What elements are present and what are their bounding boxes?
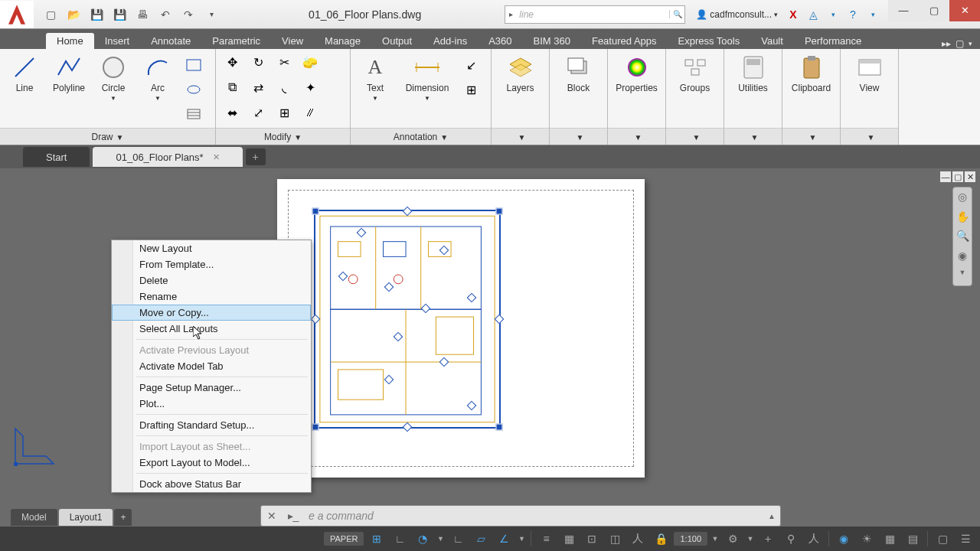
tool-array[interactable]: ⊞ <box>273 103 296 122</box>
ribbon-panel-icon[interactable]: ▾ <box>969 40 972 47</box>
tab-bim360[interactable]: BIM 360 <box>523 33 581 49</box>
search-btn-icon[interactable]: 🔍 <box>669 10 684 18</box>
minimize-button[interactable]: — <box>888 0 919 21</box>
tab-parametric[interactable]: Parametric <box>201 33 271 49</box>
tool-clipboard[interactable]: Clipboard <box>787 52 835 93</box>
help-more-icon[interactable]: ▾ <box>864 5 882 24</box>
tool-scale[interactable]: ⤢ <box>247 103 270 122</box>
layout-tab-model[interactable]: Model <box>11 509 57 526</box>
nav-bar[interactable]: ◎ ✋ 🔍 ◉ ▼ <box>952 187 972 286</box>
tool-arc[interactable]: Arc ▼ <box>138 52 178 102</box>
tool-layers[interactable]: Layers <box>501 52 541 93</box>
cm-item[interactable]: Plot... <box>112 396 311 412</box>
tool-block[interactable]: Block <box>559 52 599 93</box>
search-input[interactable] <box>516 6 669 23</box>
tab-annotate[interactable]: Annotate <box>140 33 201 49</box>
tab-performance[interactable]: Performance <box>794 33 872 49</box>
cm-item[interactable]: Export Layout to Model... <box>112 455 311 471</box>
panel-block-title[interactable]: ▼ <box>550 128 607 145</box>
plot-icon[interactable]: 🖶 <box>132 5 153 24</box>
saveas-icon[interactable]: 💾 <box>109 5 130 24</box>
tool-move[interactable]: ✥ <box>220 52 243 72</box>
layout-tab-layout1[interactable]: Layout1 <box>59 509 113 526</box>
ann3-icon[interactable]: 人 <box>804 529 824 549</box>
file-tab-start[interactable]: Start <box>23 147 90 167</box>
cmd-history-icon[interactable]: ▲ <box>763 512 780 520</box>
user-button[interactable]: 👤 cadfmconsult... ▾ <box>691 5 782 24</box>
tab-addins[interactable]: Add-ins <box>423 33 478 49</box>
grip-tr[interactable] <box>496 208 503 215</box>
tab-express[interactable]: Express Tools <box>668 33 751 49</box>
new-tab-button[interactable]: + <box>246 148 266 165</box>
otrack-dd-icon[interactable]: ▼ <box>517 529 526 549</box>
tab-manage[interactable]: Manage <box>314 33 371 49</box>
tab-view[interactable]: View <box>271 33 314 49</box>
panel-modify-title[interactable]: Modify▼ <box>216 128 350 145</box>
tool-rotate[interactable]: ↻ <box>247 52 270 72</box>
a360-icon[interactable]: ◬ <box>804 5 822 24</box>
nav-zoom-icon[interactable]: 🔍 <box>956 230 969 243</box>
panel-groups-title[interactable]: ▼ <box>666 128 724 145</box>
undo-icon[interactable]: ↶ <box>155 5 176 24</box>
tool-fillet[interactable]: ◟ <box>273 77 296 97</box>
tool-ellipse[interactable] <box>182 80 205 99</box>
exchange-icon[interactable]: X <box>784 5 802 24</box>
open-icon[interactable]: 📂 <box>63 5 84 24</box>
ws-icon[interactable]: ◉ <box>834 529 854 549</box>
cm-item[interactable]: Select All Layouts <box>112 321 311 337</box>
cm-item[interactable]: From Template... <box>112 256 311 272</box>
scale-dd-icon[interactable]: ▼ <box>710 529 720 549</box>
tool-polyline[interactable]: Polyline <box>49 52 89 93</box>
ribbon-scroll-icon[interactable]: ▸▸ <box>942 38 951 49</box>
tool-properties[interactable]: Properties <box>612 52 661 93</box>
gear-dd-icon[interactable]: ▼ <box>746 529 755 549</box>
cm-item[interactable]: Dock above Status Bar <box>112 476 311 492</box>
close-tab-icon[interactable]: ✕ <box>213 152 220 162</box>
cm-item[interactable]: Activate Model Tab <box>112 358 311 374</box>
panel-clipboard-title[interactable]: ▼ <box>782 128 840 145</box>
tool-rectangle[interactable] <box>182 55 205 75</box>
space-indicator[interactable]: PAPER <box>324 532 364 546</box>
lock-icon[interactable]: 🔒 <box>651 529 671 549</box>
tool-trim[interactable]: ✂ <box>273 52 296 72</box>
gear-icon[interactable]: ⚙ <box>723 529 743 549</box>
ortho-icon[interactable]: ∟ <box>448 529 468 549</box>
cm-item[interactable]: Move or Copy... <box>112 305 311 321</box>
tab-home[interactable]: Home <box>46 33 94 49</box>
tool-table[interactable]: ⊞ <box>459 80 482 99</box>
tpy-icon[interactable]: ▦ <box>559 529 579 549</box>
tool-viewbase[interactable]: View <box>850 52 890 93</box>
otrack-icon[interactable]: ∠ <box>494 529 514 549</box>
grip-bl[interactable] <box>312 424 319 431</box>
vp-close-icon[interactable]: ✕ <box>965 171 975 182</box>
tool-dimension[interactable]: Dimension ▼ <box>400 52 455 102</box>
nav-more-icon[interactable]: ▼ <box>956 269 969 282</box>
iso-icon[interactable]: ▦ <box>880 529 900 549</box>
tab-a360[interactable]: A360 <box>478 33 522 49</box>
tool-copy[interactable]: ⧉ <box>220 77 243 97</box>
tab-insert[interactable]: Insert <box>94 33 141 49</box>
qat-more-icon[interactable]: ▾ <box>201 5 222 24</box>
cmd-close-icon[interactable]: ✕ <box>261 510 283 522</box>
tool-circle[interactable]: Circle ▼ <box>93 52 133 102</box>
nav-wheel-icon[interactable]: ◎ <box>956 191 969 204</box>
ann2-icon[interactable]: ⚲ <box>781 529 801 549</box>
tool-offset[interactable]: ⫽ <box>299 103 322 122</box>
tool-leader[interactable]: ↙ <box>459 55 482 75</box>
polar-icon[interactable]: ◔ <box>413 529 433 549</box>
tool-text[interactable]: A Text ▼ <box>355 52 395 102</box>
hw-icon[interactable]: ▤ <box>903 529 923 549</box>
custom-icon[interactable]: ☰ <box>956 529 975 549</box>
new-icon[interactable]: ▢ <box>40 5 61 24</box>
tab-output[interactable]: Output <box>371 33 423 49</box>
command-line[interactable]: ✕ ▸_ e a command ▲ <box>260 505 781 527</box>
osnap-icon[interactable]: ▱ <box>471 529 491 549</box>
panel-draw-title[interactable]: Draw▼ <box>0 128 215 145</box>
tab-featured[interactable]: Featured Apps <box>581 33 668 49</box>
tab-vault[interactable]: Vault <box>750 33 794 49</box>
grid-icon[interactable]: ⊞ <box>367 529 387 549</box>
tool-utilities[interactable]: Utilities <box>733 52 773 93</box>
layout-viewport[interactable] <box>314 210 501 429</box>
tool-line[interactable]: Line <box>5 52 44 93</box>
vp-min-icon[interactable]: — <box>940 171 951 182</box>
